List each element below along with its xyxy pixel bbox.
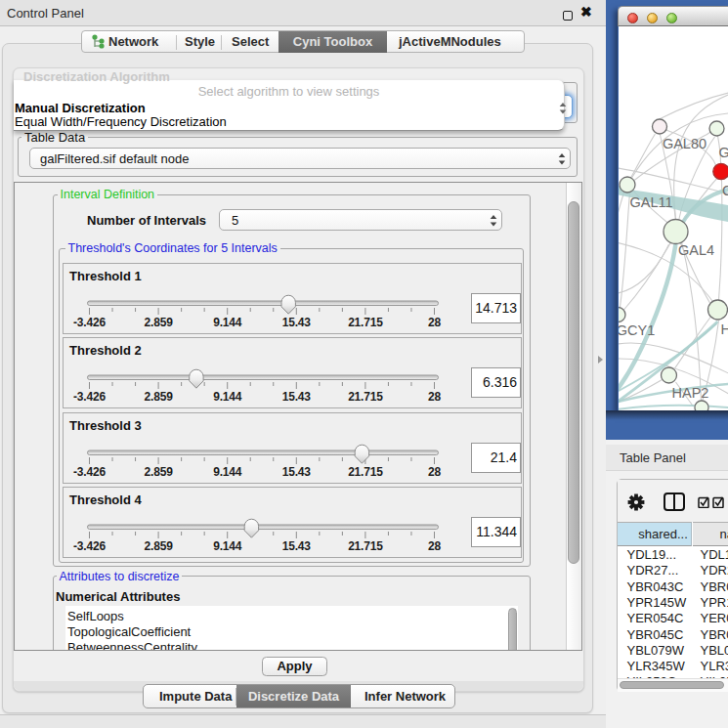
- svg-text:-3.426: -3.426: [73, 390, 106, 404]
- svg-text:9.144: 9.144: [213, 390, 242, 404]
- svg-text:9.144: 9.144: [213, 316, 242, 329]
- svg-text:GCY1: GCY1: [619, 322, 655, 338]
- svg-text:15.43: 15.43: [282, 316, 312, 329]
- svg-text:2.859: 2.859: [145, 316, 174, 329]
- svg-text:GAL80: GAL80: [662, 136, 706, 151]
- svg-text:-3.426: -3.426: [73, 316, 106, 329]
- svg-text:GAL4: GAL4: [677, 242, 713, 258]
- svg-text:28: 28: [428, 465, 441, 479]
- svg-text:GAL7: GAL7: [718, 145, 728, 160]
- svg-text:-3.426: -3.426: [73, 539, 106, 553]
- svg-text:21.715: 21.715: [348, 539, 383, 553]
- svg-text:15.43: 15.43: [282, 390, 312, 404]
- svg-text:21.715: 21.715: [348, 465, 383, 479]
- svg-text:21.715: 21.715: [348, 390, 383, 404]
- svg-text:GAL11: GAL11: [629, 194, 672, 210]
- svg-text:HAP2: HAP2: [671, 385, 708, 401]
- svg-text:2.859: 2.859: [145, 465, 174, 479]
- svg-text:-3.426: -3.426: [73, 465, 106, 479]
- svg-text:28: 28: [428, 316, 441, 329]
- svg-text:9.144: 9.144: [213, 539, 242, 553]
- svg-text:9.144: 9.144: [213, 465, 242, 479]
- svg-text:CYC1: CYC1: [722, 183, 728, 198]
- svg-text:2.859: 2.859: [145, 390, 174, 404]
- svg-text:28: 28: [428, 539, 441, 553]
- svg-text:28: 28: [428, 390, 441, 404]
- svg-text:21.715: 21.715: [348, 316, 383, 329]
- svg-text:15.43: 15.43: [282, 539, 312, 553]
- svg-text:HIS4: HIS4: [720, 321, 728, 337]
- svg-text:2.859: 2.859: [145, 539, 174, 553]
- svg-text:15.43: 15.43: [282, 465, 312, 479]
